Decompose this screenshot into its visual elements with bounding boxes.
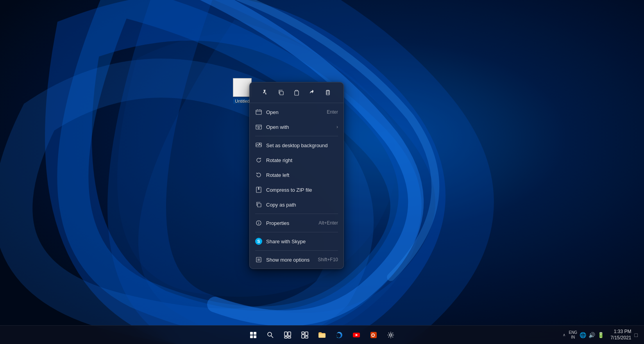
open-with-label: Open with: [266, 124, 333, 130]
network-icon[interactable]: 🌐: [580, 332, 586, 338]
svg-rect-33: [302, 335, 304, 338]
tray-icons: ENGIN 🌐 🔊 🔋: [569, 330, 604, 340]
svg-rect-24: [250, 335, 253, 338]
rotate-left-icon: [255, 171, 262, 178]
share-button[interactable]: [306, 86, 318, 99]
share-skype-menu-item[interactable]: S Share with Skype: [250, 234, 343, 249]
open-shortcut: Enter: [327, 109, 338, 115]
share-skype-icon: S: [255, 238, 262, 245]
svg-rect-23: [254, 332, 256, 335]
context-menu: Open Enter Open with ›: [249, 82, 344, 269]
properties-menu-item[interactable]: Properties Alt+Enter: [250, 216, 343, 230]
svg-rect-25: [254, 335, 256, 338]
copy-as-path-label: Copy as path: [266, 202, 338, 208]
rotate-right-menu-item[interactable]: Rotate right: [250, 153, 343, 168]
notification-button[interactable]: □: [635, 332, 638, 338]
separator-3: [255, 232, 338, 232]
svg-rect-3: [326, 91, 329, 95]
desktop-icon-image: [233, 78, 252, 97]
delete-button[interactable]: [322, 86, 334, 99]
separator-1: [255, 136, 338, 136]
context-menu-toolbar: [250, 82, 343, 103]
rotate-right-label: Rotate right: [266, 157, 338, 163]
svg-rect-28: [284, 332, 287, 336]
rotate-right-icon: [255, 157, 262, 164]
svg-text:O: O: [371, 333, 375, 338]
open-menu-item[interactable]: Open Enter: [250, 105, 343, 119]
taskbar: O ∧ ENGIN 🌐 🔊: [0, 325, 644, 344]
open-with-icon: [255, 123, 262, 130]
desktop: Untitled: [0, 0, 644, 344]
share-skype-label: Share with Skype: [266, 239, 338, 244]
desktop-icon-label: Untitled: [233, 98, 251, 104]
more-options-icon: [255, 256, 262, 263]
paste-button[interactable]: [290, 86, 303, 99]
svg-rect-35: [305, 336, 308, 338]
open-icon: [255, 109, 262, 116]
file-explorer-button[interactable]: [314, 327, 330, 343]
compress-zip-menu-item[interactable]: Compress to ZIP file: [250, 182, 343, 197]
tray-expand-button[interactable]: ∧: [563, 333, 565, 337]
set-desktop-bg-menu-item[interactable]: Set as desktop background: [250, 138, 343, 153]
set-desktop-bg-icon: [255, 142, 262, 149]
svg-rect-32: [302, 332, 304, 334]
svg-rect-34: [305, 332, 308, 335]
set-desktop-bg-label: Set as desktop background: [266, 143, 338, 148]
clock-time: 1:33 PM: [614, 329, 631, 335]
cut-button[interactable]: [259, 86, 272, 99]
svg-rect-14: [258, 203, 261, 207]
more-options-shortcut: Shift+F10: [318, 257, 338, 262]
svg-rect-31: [288, 337, 291, 338]
open-with-arrow: ›: [336, 124, 338, 130]
properties-label: Properties: [266, 220, 315, 226]
svg-rect-1: [280, 91, 283, 95]
volume-icon[interactable]: 🔊: [589, 332, 595, 338]
svg-line-27: [271, 336, 273, 338]
more-options-label: Show more options: [266, 257, 314, 263]
rotate-left-menu-item[interactable]: Rotate left: [250, 168, 343, 182]
copy-as-path-icon: [255, 201, 262, 208]
svg-point-8: [259, 144, 260, 145]
svg-rect-29: [288, 332, 291, 336]
svg-point-40: [390, 334, 392, 336]
compress-zip-icon: [255, 186, 262, 193]
start-button[interactable]: [245, 327, 261, 343]
task-view-button[interactable]: [280, 327, 295, 343]
svg-point-17: [258, 221, 259, 222]
taskbar-tray: ∧ ENGIN 🌐 🔊 🔋 1:33 PM 7/15/2021 □: [563, 329, 638, 341]
search-button[interactable]: [263, 327, 278, 343]
rotate-left-label: Rotate left: [266, 172, 338, 178]
edge-button[interactable]: [331, 327, 347, 343]
svg-point-26: [268, 332, 272, 336]
widgets-button[interactable]: [297, 327, 313, 343]
youtube-button[interactable]: [349, 327, 364, 343]
copy-button[interactable]: [275, 86, 287, 99]
properties-shortcut: Alt+Enter: [318, 220, 338, 226]
separator-2: [255, 214, 338, 214]
office-button[interactable]: O: [366, 327, 381, 343]
open-with-menu-item[interactable]: Open with ›: [250, 119, 343, 134]
more-options-menu-item[interactable]: Show more options Shift+F10: [250, 252, 343, 267]
language-indicator[interactable]: ENGIN: [569, 330, 577, 340]
system-clock[interactable]: 1:33 PM 7/15/2021: [610, 329, 631, 341]
open-label: Open: [266, 109, 323, 115]
svg-rect-22: [250, 332, 253, 335]
clock-date: 7/15/2021: [610, 335, 631, 341]
svg-rect-30: [284, 337, 287, 338]
svg-rect-4: [256, 110, 261, 114]
compress-zip-label: Compress to ZIP file: [266, 187, 338, 193]
separator-4: [255, 250, 338, 251]
properties-icon: [255, 219, 262, 226]
copy-as-path-menu-item[interactable]: Copy as path: [250, 197, 343, 212]
taskbar-apps: O: [245, 327, 399, 343]
battery-icon[interactable]: 🔋: [597, 332, 604, 338]
svg-point-6: [258, 127, 259, 128]
svg-rect-2: [295, 91, 299, 95]
settings-button[interactable]: [383, 327, 399, 343]
